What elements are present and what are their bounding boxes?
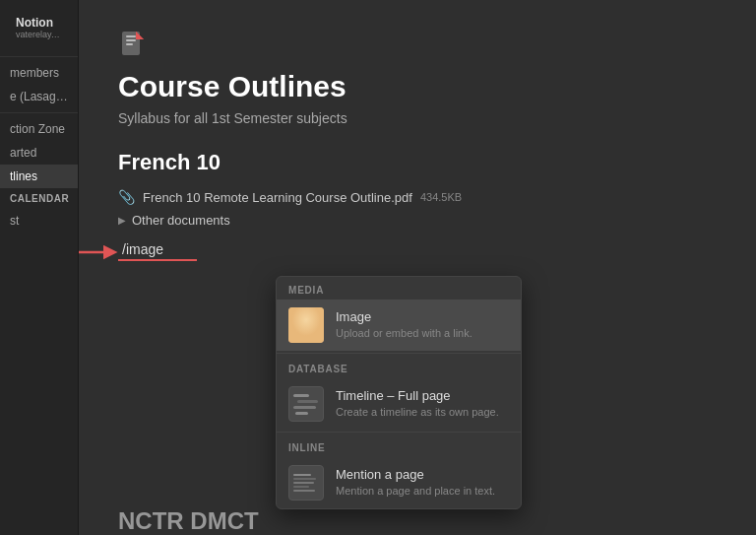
timeline-icon-visual [289, 390, 323, 419]
attachment-icon: 📎 [118, 189, 135, 205]
page-title: Course Outlines [118, 69, 717, 104]
dropdown-item-timeline[interactable]: Timeline – Full page Create a timeline a… [277, 378, 521, 430]
dropdown-item-mention[interactable]: Mention a page Mention a page and place … [277, 457, 521, 508]
image-item-desc: Upload or embed with a link. [336, 326, 509, 340]
timeline-item-icon [288, 386, 324, 422]
dropdown-divider-2 [277, 432, 521, 433]
sidebar-item-list[interactable]: st [0, 209, 78, 233]
sidebar: Notion vaterelay.ap... members e (Lasagn… [0, 0, 79, 535]
page-icon-visual [289, 470, 323, 496]
sidebar-nav: members e (Lasagna ... ction Zone arted … [0, 57, 78, 236]
main-content: Course Outlines Syllabus for all 1st Sem… [79, 0, 756, 535]
svg-rect-2 [126, 39, 136, 41]
timeline-line-2 [297, 400, 318, 403]
page-line-5 [293, 490, 315, 492]
mention-item-desc: Mention a page and place in text. [336, 484, 509, 498]
workspace-url: vaterelay.ap... [16, 30, 62, 40]
page-line-2 [293, 478, 316, 480]
slash-dropdown: MEDIA Image Upload or embed with a link.… [276, 276, 522, 509]
sidebar-item-outlines[interactable]: tlines [0, 165, 78, 188]
page-icon [118, 30, 717, 61]
page-line-1 [293, 474, 311, 476]
timeline-item-text: Timeline – Full page Create a timeline a… [336, 388, 509, 419]
page-subtitle: Syllabus for all 1st Semester subjects [118, 110, 717, 126]
mention-item-title: Mention a page [336, 467, 509, 484]
sidebar-divider [0, 112, 78, 113]
sidebar-header: Notion vaterelay.ap... [0, 0, 78, 57]
timeline-line-1 [293, 394, 309, 397]
mention-item-text: Mention a page Mention a page and place … [336, 467, 509, 498]
dropdown-divider-1 [277, 353, 521, 354]
partial-bottom-text: NCTR DMCT [118, 507, 259, 535]
timeline-item-desc: Create a timeline as its own page. [336, 405, 509, 419]
image-item-icon [288, 307, 324, 343]
sidebar-item-lasagna[interactable]: e (Lasagna ... [0, 85, 78, 108]
other-docs-label: Other documents [132, 213, 230, 228]
file-name: French 10 Remote Learning Course Outline… [143, 190, 412, 205]
image-item-title: Image [336, 309, 509, 326]
timeline-item-title: Timeline – Full page [336, 388, 509, 405]
workspace-selector[interactable]: Notion vaterelay.ap... [8, 10, 70, 46]
dropdown-section-inline: INLINE [277, 435, 521, 457]
file-item-pdf[interactable]: 📎 French 10 Remote Learning Course Outli… [118, 189, 717, 205]
workspace-name: Notion [16, 16, 62, 30]
image-item-text: Image Upload or embed with a link. [336, 309, 509, 340]
file-size: 434.5KB [420, 191, 462, 203]
arrow-indicator [79, 242, 118, 262]
triangle-icon: ▶ [118, 215, 126, 226]
page-line-4 [293, 486, 309, 488]
dropdown-section-media: MEDIA [277, 277, 521, 300]
timeline-line-4 [295, 412, 308, 415]
slash-command-row [118, 239, 717, 265]
mention-item-icon [288, 465, 324, 501]
slash-command-input[interactable] [118, 239, 197, 261]
svg-marker-5 [136, 32, 144, 39]
dropdown-item-image[interactable]: Image Upload or embed with a link. [277, 300, 521, 351]
page-line-3 [293, 482, 314, 484]
arrow-svg [79, 242, 118, 262]
svg-rect-1 [126, 35, 136, 37]
sidebar-item-members[interactable]: members [0, 61, 78, 85]
timeline-line-3 [293, 406, 316, 409]
sidebar-item-action-zone[interactable]: ction Zone [0, 117, 78, 141]
sidebar-item-started[interactable]: arted [0, 141, 78, 165]
section-title: French 10 [118, 150, 717, 175]
dropdown-section-database: DATABASE [277, 356, 521, 378]
svg-rect-3 [126, 43, 133, 45]
slash-input-wrapper [118, 239, 197, 261]
sidebar-item-calendar[interactable]: CALENDAR [0, 188, 78, 209]
other-docs-toggle[interactable]: ▶ Other documents [118, 213, 717, 228]
